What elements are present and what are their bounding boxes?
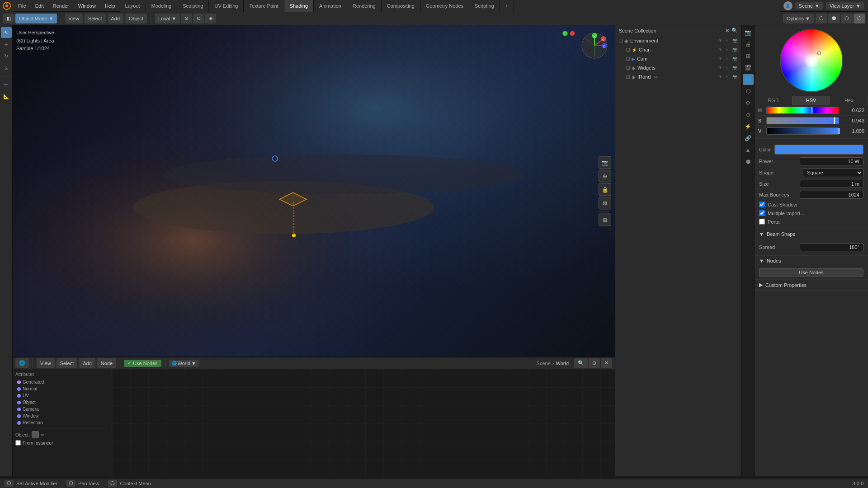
- tab-uv-editing[interactable]: UV Editing: [209, 0, 244, 12]
- s-slider[interactable]: [766, 117, 839, 124]
- v-slider[interactable]: [766, 127, 839, 135]
- snap-btn[interactable]: ⊙: [181, 14, 192, 23]
- props-obj-data[interactable]: ▲: [743, 145, 754, 155]
- vp-lock-btn[interactable]: 🔒: [599, 183, 611, 196]
- tab-shading[interactable]: Shading: [284, 0, 314, 12]
- vp-overlays-btn[interactable]: ⊞: [599, 213, 611, 226]
- widgets-render-icon[interactable]: 📷: [731, 65, 738, 71]
- props-physics[interactable]: ⚡: [743, 121, 754, 132]
- color-swatch[interactable]: [774, 145, 863, 155]
- breadcrumb-world[interactable]: World: [556, 361, 569, 366]
- cam-vis-icon[interactable]: 👁: [717, 56, 723, 62]
- vp-cursor-btn[interactable]: ⊕: [599, 169, 611, 182]
- from-instancer-input[interactable]: [15, 440, 21, 446]
- object-edit-btn[interactable]: ✏: [41, 432, 44, 437]
- material-view[interactable]: ⬡: [841, 14, 853, 23]
- char-render-icon[interactable]: 📷: [731, 47, 738, 53]
- from-instancer-checkbox[interactable]: From Instancer: [15, 439, 109, 446]
- overlay-btn[interactable]: ◈: [205, 14, 216, 23]
- props-scene[interactable]: 🎬: [743, 62, 754, 73]
- viewport-options[interactable]: Options▼: [783, 14, 814, 23]
- props-modifier[interactable]: ⚙: [743, 98, 754, 108]
- object-menu[interactable]: Object: [125, 14, 147, 23]
- spread-value[interactable]: 180°: [800, 243, 863, 251]
- props-constraints[interactable]: 🔗: [743, 133, 754, 144]
- widgets-vis-icon[interactable]: 👁: [717, 65, 723, 71]
- max-bounces-value[interactable]: 1024: [800, 191, 863, 199]
- tool-annotate[interactable]: ✏: [1, 79, 12, 90]
- props-object[interactable]: ⬡: [743, 86, 754, 97]
- attr-window[interactable]: Window: [15, 413, 109, 419]
- power-value[interactable]: 10 W: [800, 157, 863, 165]
- color-wheel[interactable]: [780, 29, 843, 92]
- outliner-item-environment[interactable]: ◉ Environment 👁 ↖ 📷: [615, 36, 741, 45]
- rendered-view[interactable]: ⬡: [854, 14, 865, 23]
- h-val[interactable]: 0.622: [842, 108, 864, 113]
- node-node-menu[interactable]: Node: [97, 358, 116, 368]
- v-val[interactable]: 1.000: [842, 128, 864, 134]
- attr-uv[interactable]: UV: [15, 392, 109, 399]
- node-add-menu[interactable]: Add: [79, 358, 95, 368]
- env-sel-icon[interactable]: ↖: [724, 38, 731, 44]
- tab-modeling[interactable]: Modeling: [146, 0, 178, 12]
- tab-hex[interactable]: Hex: [830, 96, 868, 105]
- use-nodes-toggle[interactable]: ✓ Use Nodes: [124, 360, 161, 367]
- world-selector[interactable]: 🌐 World ▼: [169, 360, 199, 367]
- node-zoom-btn[interactable]: 🔍: [574, 358, 588, 368]
- tab-rendering[interactable]: Rendering: [347, 0, 382, 12]
- outliner-item-cam[interactable]: ▶ Cam 👁 ↖ 📷: [615, 54, 741, 63]
- outliner-item-char[interactable]: ⚡ Char 👁 ↖ 📷: [615, 45, 741, 54]
- tab-animation[interactable]: Animation: [314, 0, 347, 12]
- tab-compositing[interactable]: Compositing: [382, 0, 420, 12]
- scene-selector[interactable]: Scene ▼: [795, 2, 823, 9]
- tab-rgb[interactable]: RGB: [755, 96, 793, 105]
- viewport-gizmo[interactable]: X Y Z: [581, 32, 608, 59]
- view-menu[interactable]: View: [65, 14, 83, 23]
- attr-normal[interactable]: Normal: [15, 385, 109, 392]
- vp-transform-btn[interactable]: ⊠: [599, 197, 611, 209]
- node-editor-type[interactable]: 🌐: [15, 358, 29, 368]
- tab-sculpting[interactable]: Sculpting: [177, 0, 209, 12]
- tab-scripting[interactable]: Scripting: [469, 0, 500, 12]
- node-select-menu[interactable]: Select: [57, 358, 78, 368]
- outliner-filter-btn[interactable]: ⊙: [726, 28, 730, 33]
- tab-texture-paint[interactable]: Texture Paint: [244, 0, 284, 12]
- tool-rotate[interactable]: ↻: [1, 51, 12, 61]
- beam-shape-header[interactable]: ▼ Beam Shape: [755, 229, 868, 239]
- node-view-menu[interactable]: View: [37, 358, 55, 368]
- node-canvas[interactable]: ✦ HdrOutdoorAlan... ✕ Type: Point: [112, 369, 615, 476]
- node-snap-btn[interactable]: ⊙: [589, 358, 600, 368]
- cam-sel-icon[interactable]: ↖: [724, 56, 731, 62]
- transform-selector[interactable]: Local▼: [155, 14, 180, 23]
- size-value[interactable]: 1 m: [800, 180, 863, 188]
- menu-edit[interactable]: Edit: [31, 0, 48, 12]
- shape-select[interactable]: Square: [803, 168, 863, 177]
- menu-file[interactable]: File: [14, 0, 31, 12]
- props-material[interactable]: ⬢: [743, 156, 754, 167]
- tab-hsv[interactable]: HSV: [793, 96, 830, 105]
- tab-geometry-nodes[interactable]: Geometry Nodes: [420, 0, 469, 12]
- nodes-header[interactable]: ▼ Nodes: [755, 256, 868, 266]
- mode-selector[interactable]: Object Mode▼: [15, 14, 57, 23]
- outliner-item-widgets[interactable]: ◉ Widgets 👁 ↖ 📷: [615, 63, 741, 72]
- h-slider[interactable]: [766, 107, 839, 114]
- solid-view[interactable]: ⬢: [828, 14, 840, 23]
- attr-reflection[interactable]: Reflection: [15, 419, 109, 426]
- vp-camera-btn[interactable]: 📷: [599, 156, 611, 169]
- props-world[interactable]: 🌐: [743, 74, 754, 85]
- outliner-item-irond[interactable]: ◉ IRond ₉₉ 👁 ↖ 📷: [615, 72, 741, 81]
- attr-object[interactable]: Object: [15, 399, 109, 406]
- node-close-btn[interactable]: ✕: [601, 358, 612, 368]
- object-color-swatch[interactable]: [32, 431, 39, 438]
- env-vis-icon[interactable]: 👁: [717, 38, 723, 44]
- render-preview[interactable]: ⬡: [816, 14, 827, 23]
- menu-render[interactable]: Render: [48, 0, 74, 12]
- breadcrumb-scene[interactable]: Scene: [537, 361, 551, 366]
- view-layer-selector[interactable]: View Layer ▼: [826, 2, 864, 9]
- tool-move[interactable]: ✛: [1, 39, 12, 50]
- custom-props-header[interactable]: ▶ Custom Properties: [755, 280, 868, 290]
- env-render-icon[interactable]: 📷: [731, 38, 738, 44]
- viewport[interactable]: User Perspective (62) Lights | Area Samp…: [13, 25, 615, 357]
- s-val[interactable]: 0.943: [842, 118, 864, 123]
- use-nodes-btn[interactable]: Use Nodes: [759, 268, 863, 277]
